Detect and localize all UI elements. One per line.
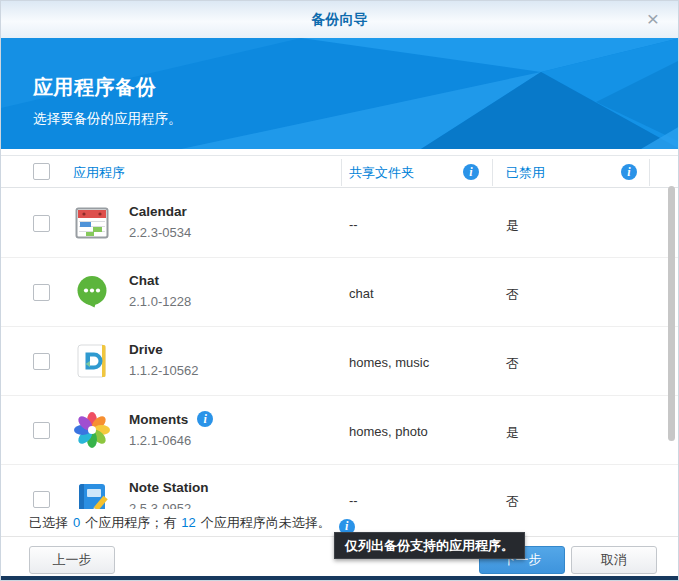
chat-app-icon — [73, 273, 111, 311]
titlebar: 备份向导 × — [1, 1, 678, 38]
column-divider — [649, 159, 650, 186]
disabled-cell: 否 — [506, 355, 519, 373]
select-all-checkbox[interactable] — [33, 163, 50, 180]
table-row[interactable]: Momentsi1.2.1-0646homes, photo是 — [1, 396, 678, 465]
application-list: Calendar2.2.3-0534--是Chat2.1.0-1228chat否… — [1, 189, 678, 509]
row-checkbox[interactable] — [33, 422, 50, 439]
disabled-cell: 否 — [506, 286, 519, 304]
disabled-info-icon[interactable]: i — [621, 164, 637, 180]
app-name: Drive — [129, 342, 163, 357]
column-divider — [341, 159, 342, 186]
shared-folder-cell: homes, photo — [349, 424, 428, 439]
app-version: 2.1.0-1228 — [129, 294, 191, 309]
row-checkbox[interactable] — [33, 215, 50, 232]
wizard-step-header: 应用程序备份 选择要备份的应用程序。 — [1, 38, 678, 149]
status-middle: 个应用程序；有 — [85, 515, 176, 530]
app-name: Moments — [129, 412, 188, 427]
selected-count: 0 — [73, 515, 80, 530]
app-version: 2.5.3-0952 — [129, 501, 209, 509]
disabled-cell: 否 — [506, 493, 519, 509]
drive-app-icon — [73, 342, 111, 380]
app-name: Chat — [129, 273, 159, 288]
shared-folder-info-icon[interactable]: i — [463, 164, 479, 180]
tooltip: 仅列出备份支持的应用程序。 — [334, 532, 525, 559]
window-title: 备份向导 — [1, 1, 678, 38]
column-divider — [492, 159, 493, 186]
shared-folder-cell: homes, music — [349, 355, 429, 370]
table-header: 应用程序 共享文件夹 i 已禁用 i — [1, 155, 678, 188]
row-checkbox[interactable] — [33, 491, 50, 508]
table-row[interactable]: Chat2.1.0-1228chat否 — [1, 258, 678, 327]
close-icon[interactable]: × — [641, 1, 665, 38]
row-checkbox[interactable] — [33, 353, 50, 370]
shared-folder-cell: -- — [349, 217, 358, 232]
dialog-bottom-accent — [1, 576, 678, 580]
status-prefix: 已选择 — [29, 515, 68, 530]
notestation-app-icon — [73, 480, 111, 509]
table-row[interactable]: Drive1.1.2-10562homes, music否 — [1, 327, 678, 396]
app-version: 2.2.3-0534 — [129, 225, 191, 240]
table-row[interactable]: Calendar2.2.3-0534--是 — [1, 189, 678, 258]
app-info-icon[interactable]: i — [197, 411, 213, 427]
row-checkbox[interactable] — [33, 284, 50, 301]
remaining-count: 12 — [181, 515, 195, 530]
shared-folder-cell: chat — [349, 286, 374, 301]
disabled-cell: 是 — [506, 217, 519, 235]
scrollbar-thumb[interactable] — [668, 186, 675, 441]
disabled-cell: 是 — [506, 424, 519, 442]
table-row[interactable]: Note Station2.5.3-0952--否 — [1, 465, 678, 509]
moments-app-icon — [73, 411, 111, 449]
status-suffix: 个应用程序尚未选择。 — [201, 515, 331, 530]
column-application: 应用程序 — [73, 164, 125, 182]
cancel-button[interactable]: 取消 — [571, 546, 657, 574]
app-name: Calendar — [129, 204, 187, 219]
app-version: 1.1.2-10562 — [129, 363, 198, 378]
calendar-app-icon — [73, 204, 111, 242]
backup-wizard-dialog: 备份向导 × 应用程序备份 选择要备份的应用程序。 应用程序 共享文件夹 i 已… — [0, 0, 679, 581]
shared-folder-cell: -- — [349, 493, 358, 508]
step-title: 应用程序备份 — [33, 74, 182, 101]
step-subtitle: 选择要备份的应用程序。 — [33, 110, 182, 128]
app-version: 1.2.1-0646 — [129, 433, 213, 448]
column-shared-folder: 共享文件夹 — [349, 164, 414, 182]
column-disabled: 已禁用 — [506, 164, 545, 182]
app-name: Note Station — [129, 480, 209, 495]
previous-step-button[interactable]: 上一步 — [29, 546, 115, 574]
